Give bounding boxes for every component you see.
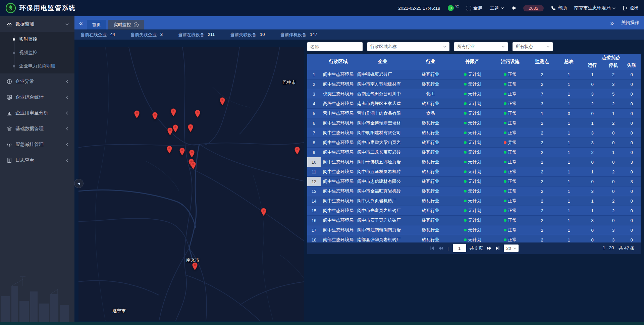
map-pin[interactable]: [192, 262, 198, 272]
table-row[interactable]: 9阆中生态环境局阆中市二龙长宝页岩砖砖瓦行业无计划正常21210: [307, 148, 641, 157]
last-page-button[interactable]: [495, 246, 500, 251]
row-index: 10: [307, 157, 321, 167]
org-dropdown[interactable]: 南充市生态环境局: [574, 5, 615, 11]
scroll-tabs-right-button[interactable]: »: [610, 20, 614, 26]
table-row[interactable]: 12阆中生态环境局阆中市忠信建材有限公砖瓦行业无计划正常21003: [307, 177, 641, 186]
next-page-button[interactable]: [486, 246, 492, 251]
table-row[interactable]: 16阆中生态环境局阆中市石子页岩机砖厂砖瓦行业无计划正常21300: [307, 216, 641, 225]
table-row[interactable]: 10阆中生态环境局阆中千佛镇五郎垭页岩砖瓦行业无计划正常21003: [307, 157, 641, 167]
table-row[interactable]: 18南部生态环境局南部县张华页岩机砖厂砖瓦行业无计划正常21030: [307, 235, 641, 242]
cell-stop: 3: [604, 235, 623, 242]
sidebar-item-enterprise-abnormal[interactable]: 企业异常: [0, 73, 74, 89]
name-search-input[interactable]: [307, 42, 363, 51]
table-row[interactable]: 4高坪生态环境局南充市高坪区王家店建砖瓦行业无计划正常31220: [307, 99, 641, 109]
cell-company: 阆中强锐页岩砖厂: [356, 70, 410, 79]
first-page-button[interactable]: [429, 246, 435, 251]
cell-industry: 砖瓦行业: [410, 118, 451, 128]
map-pin[interactable]: [294, 147, 300, 156]
table-row[interactable]: 15阆中生态环境局阆中市光富页岩机砖厂砖瓦行业无计划正常21120: [307, 206, 641, 216]
sidebar-subitem-video-monitoring[interactable]: 视频监控: [0, 46, 74, 59]
sidebar-subitem-power-load-detail[interactable]: 企业电力负荷明细: [0, 59, 74, 73]
row-index: 18: [307, 235, 321, 242]
stat-label: 当前停机设备:: [280, 32, 308, 38]
cell-facility-status: 正常: [493, 186, 527, 196]
sidebar-item-label: 基础数据管理: [15, 126, 62, 132]
cell-region: 阆中生态环境局: [321, 186, 356, 196]
logout-button[interactable]: 退出: [623, 5, 639, 11]
cell-limit-status: 无计划: [451, 196, 493, 206]
cell-facility-status: 正常: [493, 225, 527, 235]
tab-home[interactable]: 首页: [87, 20, 106, 30]
app-root: 环保用电监管系统 2021-02-25 17:46:18 0 ℃ 全屏 主题 2…: [0, 0, 644, 325]
table-row[interactable]: 6阆中生态环境局阆中市金博瑞新型墙材砖瓦行业无计划正常21120: [307, 118, 641, 128]
map-pin[interactable]: [172, 124, 178, 134]
map-pin[interactable]: [167, 127, 173, 137]
map-pin[interactable]: [170, 108, 176, 118]
map-pin[interactable]: [219, 97, 225, 107]
cell-industry: 砖瓦行业: [410, 79, 451, 89]
sidebar-item-data-monitoring[interactable]: 数据监测: [0, 16, 74, 32]
temperature-unit: ℃: [455, 4, 459, 9]
scroll-tabs-left-button[interactable]: «: [79, 20, 83, 26]
table-row[interactable]: 13阆中生态环境局阆中市金福旺页岩机砖砖瓦行业无计划正常21300: [307, 186, 641, 196]
table-row[interactable]: 17阆中生态环境局阆中市江南镇阆南页岩砖瓦行业无计划正常21030: [307, 225, 641, 235]
sidebar-subitem-realtime-monitoring[interactable]: 实时监控: [0, 33, 74, 46]
cell-lost: 0: [623, 235, 641, 242]
table-row[interactable]: 2阆中生态环境局阆中市南方节能建材有砖瓦行业无计划正常21030: [307, 79, 641, 89]
table-row[interactable]: 14阆中生态环境局阆中大兴页岩机砖厂砖瓦行业无计划正常21120: [307, 196, 641, 206]
map-pin[interactable]: [187, 124, 193, 133]
map-pin[interactable]: [179, 148, 185, 157]
cell-points: 2: [527, 79, 557, 89]
table-row[interactable]: 5营山生态环境局营山县润丰肉食品有限食品无计划正常10010: [307, 109, 641, 118]
map-pin[interactable]: [195, 110, 200, 119]
data-table: 行政区域 企业 行业 停限产 治污设施 监测点 总表 点位状态 运行 停机 失联…: [307, 54, 641, 242]
announcement-button[interactable]: [511, 6, 516, 10]
cell-stop: 1: [604, 148, 623, 157]
map-pin[interactable]: [166, 146, 172, 155]
industry-select[interactable]: 所有行业: [454, 42, 508, 51]
row-index: 6: [307, 118, 321, 128]
table-row[interactable]: 1阆中生态环境局阆中强锐页岩砖厂砖瓦行业无计划正常21120: [307, 70, 641, 79]
sidebar-item-base-data-management[interactable]: 基础数据管理: [0, 121, 74, 137]
notice-count-badge[interactable]: 2632: [523, 5, 544, 11]
stats-board-icon: [7, 95, 12, 100]
table-row[interactable]: 8阆中生态环境局阆中市枣碧大梁山页岩砖瓦行业无计划异常21300: [307, 138, 641, 148]
cell-limit-status: 无计划: [451, 79, 493, 89]
cell-limit-status: 无计划: [451, 157, 493, 167]
cell-lost: 0: [623, 79, 641, 89]
map-pin[interactable]: [189, 150, 195, 159]
sidebar-item-enterprise-statistics[interactable]: 企业综合统计: [0, 89, 74, 105]
close-operations-button[interactable]: 关闭操作: [621, 20, 639, 26]
header-region: 行政区域: [321, 54, 356, 70]
sidebar-item-log-view[interactable]: 日志查看: [0, 152, 74, 168]
cell-meters: 1: [557, 89, 581, 99]
map-panel[interactable]: 巴中市南充市遂宁市 ◀: [78, 47, 304, 321]
chevron-left-icon: [65, 158, 69, 162]
prev-page-button[interactable]: [438, 246, 443, 251]
theme-dropdown[interactable]: 主题: [490, 5, 504, 11]
table-row[interactable]: 3仪陇生态环境局西南油气田分公司川中化工无计划正常71350: [307, 89, 641, 99]
map-pin[interactable]: [134, 110, 140, 120]
table-row[interactable]: 7阆中生态环境局阆中明阳建材有限公司砖瓦行业无计划正常21300: [307, 128, 641, 138]
map-pin[interactable]: [152, 112, 158, 121]
page-size-select[interactable]: 20: [504, 245, 518, 252]
cell-facility-status: 正常: [493, 70, 527, 79]
city-label: 巴中市: [283, 79, 296, 86]
status-dot-icon: [464, 73, 467, 76]
map-collapse-button[interactable]: ◀: [74, 179, 84, 188]
tab-close-icon[interactable]: ×: [134, 22, 139, 27]
sidebar-item-power-usage-analysis[interactable]: 企业用电量分析: [0, 105, 74, 121]
fullscreen-button[interactable]: 全屏: [467, 5, 482, 11]
cell-meters: 1: [557, 118, 581, 128]
cell-region: 营山生态环境局: [321, 109, 356, 118]
help-button[interactable]: 帮助: [551, 5, 567, 11]
region-select[interactable]: 行政区域名称: [367, 42, 449, 51]
cell-region: 阆中生态环境局: [321, 128, 356, 138]
map-pin[interactable]: [191, 161, 196, 171]
sidebar-item-emergency-reduction[interactable]: 应急减排管理: [0, 137, 74, 152]
status-select[interactable]: 所有状态: [513, 42, 553, 51]
page-number-input[interactable]: [453, 244, 466, 252]
tab-realtime[interactable]: 实时监控×: [108, 20, 144, 30]
table-row[interactable]: 11阆中生态环境局阆中市五马桥页岩机砖砖瓦行业无计划正常21120: [307, 167, 641, 177]
map-pin[interactable]: [261, 208, 266, 217]
